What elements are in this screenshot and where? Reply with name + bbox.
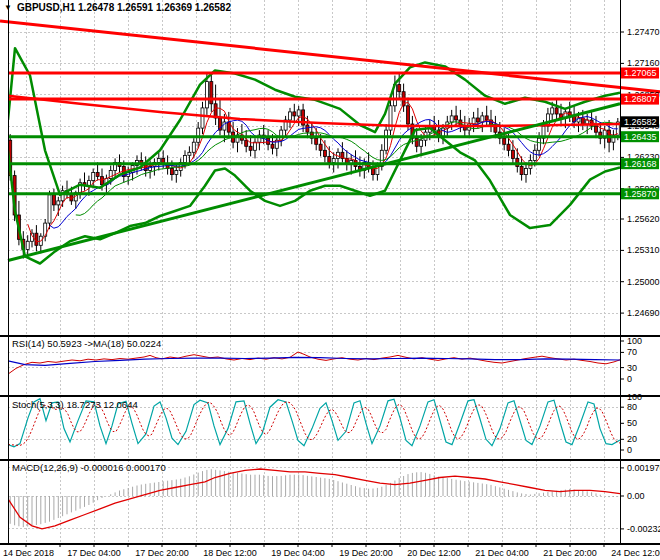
candle-body [201, 108, 204, 128]
candle-body [595, 126, 598, 132]
candle-body [533, 150, 536, 160]
candle-body [280, 130, 283, 140]
candle-body [332, 158, 335, 162]
level-1.26435-badge-text: 1.26435 [624, 132, 657, 142]
price-chart-canvas[interactable]: 1.274701.271601.268501.265401.262301.259… [0, 0, 660, 560]
macd-label: -0.00232 [627, 524, 660, 534]
candle-body [306, 125, 309, 132]
candle-body [297, 110, 300, 116]
stoch-label: 0 [627, 445, 632, 455]
candle-body [144, 165, 147, 171]
rsi-label: 0 [627, 374, 632, 384]
candle-body [323, 150, 326, 156]
candle-body [398, 85, 401, 92]
chart-window: 1.274701.271601.268501.265401.262301.259… [0, 0, 660, 560]
stoch-label: Stoch(5,3,3) 18.7273 12.0644 [12, 399, 138, 410]
candle-body [170, 169, 173, 175]
candle-body [372, 169, 375, 175]
candle-body [525, 169, 528, 175]
chart-title: ▼GBPUSD,H1 1.26478 1.26591 1.26369 1.265… [4, 2, 231, 14]
candle-body [551, 108, 554, 114]
candle-body [476, 118, 479, 122]
time-label: 19 Dec 04:00 [271, 548, 325, 558]
candle-body [101, 177, 104, 185]
candle-body [175, 171, 178, 175]
price-label: 1.24690 [627, 308, 660, 318]
candle-body [249, 146, 252, 150]
rsi-label: RSI(14) 50.5923 ->MA(18) 50.0224 [12, 338, 161, 349]
candle-body [92, 173, 95, 181]
symbol-dropdown-icon[interactable]: ▼ [4, 3, 12, 12]
time-label: 21 Dec 20:00 [543, 548, 597, 558]
time-label: 17 Dec 20:00 [135, 548, 189, 558]
macd-label: 0.001976 [627, 463, 660, 473]
candle-body [385, 130, 388, 150]
level-1.26807-badge-text: 1.26807 [624, 94, 657, 104]
rsi-label: 100 [627, 336, 642, 346]
price-label: 1.25310 [627, 245, 660, 255]
rsi-label: 30 [627, 363, 637, 373]
candle-body [205, 82, 208, 108]
candle-body [328, 156, 331, 162]
time-label: 18 Dec 12:00 [203, 548, 257, 558]
candle-body [507, 144, 510, 150]
chart-title-text: GBPUSD,H1 1.26478 1.26591 1.26369 1.2658… [17, 2, 231, 13]
candle-body [319, 144, 322, 150]
price-label: 1.27160 [627, 58, 660, 68]
candle-body [245, 140, 248, 146]
stoch-label: 100 [627, 392, 642, 402]
chart-background [0, 0, 660, 560]
current-price-badge-text: 1.26582 [624, 117, 657, 127]
time-label: 17 Dec 04:00 [67, 548, 121, 558]
price-label: 1.25000 [627, 277, 660, 287]
time-label: 20 Dec 12:00 [407, 548, 461, 558]
candle-body [511, 150, 514, 158]
level-1.26168-badge-text: 1.26168 [624, 159, 657, 169]
candle-body [520, 167, 523, 175]
level-1.27065-badge-text: 1.27065 [624, 68, 657, 78]
candle-body [271, 144, 274, 148]
candle-body [407, 106, 410, 124]
candle-body [192, 142, 195, 152]
candle-body [455, 116, 458, 120]
candle-body [289, 112, 292, 120]
candle-body [52, 195, 55, 205]
candle-body [420, 140, 423, 146]
candle-body [415, 138, 418, 146]
level-1.25870-badge-text: 1.25870 [624, 189, 657, 199]
candle-body [315, 138, 318, 144]
candle-body [26, 241, 29, 249]
candle-body [538, 138, 541, 150]
candle-body [35, 233, 38, 245]
rsi-label: 70 [627, 347, 637, 357]
candle-body [503, 138, 506, 144]
candle-body [184, 155, 187, 162]
candle-body [157, 158, 160, 162]
price-label: 1.25620 [627, 214, 660, 224]
candle-body [555, 108, 558, 114]
candle-body [293, 112, 296, 116]
candle-body [96, 173, 99, 177]
stoch-label: 50 [627, 418, 637, 428]
stoch-label: 80 [627, 402, 637, 412]
price-label: 1.27470 [627, 27, 660, 37]
stoch-label: 20 [627, 434, 637, 444]
candle-body [188, 152, 191, 155]
candle-body [485, 116, 488, 120]
macd-label: MACD(12,26,9) -0.000016 0.000170 [12, 462, 166, 473]
candle-body [48, 195, 51, 223]
time-label: 24 Dec 12:00 [611, 548, 660, 558]
time-label: 14 Dec 2018 [3, 548, 54, 558]
candle-body [57, 201, 60, 205]
candle-body [254, 142, 257, 150]
time-label: 19 Dec 20:00 [339, 548, 393, 558]
macd-label: 0.00 [627, 491, 645, 501]
time-label: 21 Dec 04:00 [475, 548, 529, 558]
candle-body [450, 116, 453, 122]
